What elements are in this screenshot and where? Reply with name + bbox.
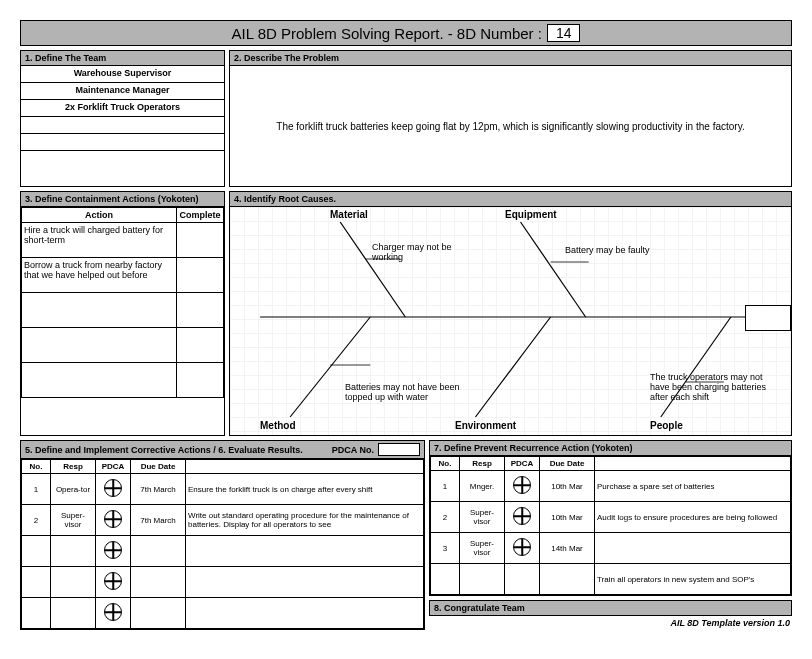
section-4: 4. Identify Root Causes. Material Equipm… — [229, 191, 792, 436]
action-cell — [22, 328, 177, 363]
title-bar: AIL 8D Problem Solving Report. - 8D Numb… — [20, 20, 792, 46]
svg-line-3 — [290, 317, 370, 417]
pdca-icon — [104, 572, 122, 590]
corrective-table: No. Resp PDCA Due Date 1 Opera-tor 7th M… — [21, 459, 424, 629]
team-member: Warehouse Supervisor — [21, 66, 224, 83]
s8-header: 8. Congratulate Team — [430, 601, 791, 615]
action-row — [22, 536, 424, 567]
action-row — [22, 567, 424, 598]
action-row: 3 Super-visor 14th Mar — [431, 533, 791, 564]
action-cell — [22, 293, 177, 328]
note-water: Batteries may not have been topped up wi… — [345, 382, 485, 402]
s4-header: 4. Identify Root Causes. — [230, 192, 791, 207]
template-version: AIL 8D Template version 1.0 — [429, 616, 792, 630]
right-col: 7. Define Prevent Recurrence Action (Yok… — [429, 440, 792, 630]
cat-people: People — [650, 420, 683, 431]
pdca-icon — [513, 538, 531, 556]
complete-cell — [177, 363, 224, 398]
action-row: 1 Mnger. 10th Mar Purchase a spare set o… — [431, 471, 791, 502]
svg-line-2 — [521, 222, 586, 317]
action-row — [22, 598, 424, 629]
complete-cell — [177, 293, 224, 328]
pdca-no-box — [378, 443, 420, 456]
pdca-icon — [104, 603, 122, 621]
complete-cell — [177, 258, 224, 293]
s7-header: 7. Define Prevent Recurrence Action (Yok… — [430, 441, 791, 456]
pdca-icon — [104, 510, 122, 528]
prevent-table: No. Resp PDCA Due Date 1 Mnger. 10th Mar… — [430, 456, 791, 595]
col-action: Action — [22, 208, 177, 223]
team-member: Maintenance Manager — [21, 83, 224, 100]
section-2: 2. Describe The Problem The forklift tru… — [229, 50, 792, 187]
report-number: 14 — [547, 24, 581, 42]
pdca-label: PDCA No. — [332, 445, 374, 455]
section-8: 8. Congratulate Team — [429, 600, 792, 616]
cat-method: Method — [260, 420, 296, 431]
action-row: 2 Super-visor 10th Mar Audit logs to ens… — [431, 502, 791, 533]
team-member — [21, 117, 224, 134]
team-member — [21, 134, 224, 151]
team-member: 2x Forklift Truck Operators — [21, 100, 224, 117]
action-row: Train all operators in new system and SO… — [431, 564, 791, 595]
col-complete: Complete — [177, 208, 224, 223]
action-cell: Hire a truck will charged battery for sh… — [22, 223, 177, 258]
section-1: 1. Define The Team Warehouse Supervisor … — [20, 50, 225, 187]
report-title: AIL 8D Problem Solving Report. - 8D Numb… — [232, 25, 542, 42]
action-cell: Borrow a truck from nearby factory that … — [22, 258, 177, 293]
section-5-6: 5. Define and Implement Corrective Actio… — [20, 440, 425, 630]
section-3: 3. Define Containment Actions (Yokoten) … — [20, 191, 225, 436]
s3-header: 3. Define Containment Actions (Yokoten) — [21, 192, 224, 207]
cat-environment: Environment — [455, 420, 516, 431]
pdca-icon — [104, 541, 122, 559]
svg-line-4 — [475, 317, 550, 417]
team-member — [21, 151, 224, 167]
problem-description: The forklift truck batteries keep going … — [230, 66, 791, 186]
cat-material: Material — [330, 209, 368, 220]
s1-header: 1. Define The Team — [21, 51, 224, 66]
note-battery: Battery may be faulty — [565, 245, 675, 255]
fishbone-diagram: Material Equipment Method Environment Pe… — [230, 207, 791, 435]
s5-header: 5. Define and Implement Corrective Actio… — [21, 441, 424, 459]
pdca-icon — [104, 479, 122, 497]
team-list: Warehouse Supervisor Maintenance Manager… — [21, 66, 224, 167]
containment-table: Action Complete Hire a truck will charge… — [21, 207, 224, 398]
note-charger: Charger may not be working — [372, 242, 462, 262]
pdca-icon — [513, 507, 531, 525]
svg-line-1 — [340, 222, 405, 317]
action-cell — [22, 363, 177, 398]
cat-equipment: Equipment — [505, 209, 557, 220]
complete-cell — [177, 328, 224, 363]
complete-cell — [177, 223, 224, 258]
pdca-icon — [513, 476, 531, 494]
action-row: 1 Opera-tor 7th March Ensure the forklif… — [22, 474, 424, 505]
section-7: 7. Define Prevent Recurrence Action (Yok… — [429, 440, 792, 596]
svg-line-5 — [661, 317, 731, 417]
note-operators: The truck operators may not have been ch… — [650, 372, 780, 402]
s2-header: 2. Describe The Problem — [230, 51, 791, 66]
fishbone-head — [745, 305, 791, 331]
action-row: 2 Super-visor 7th March Write out standa… — [22, 505, 424, 536]
